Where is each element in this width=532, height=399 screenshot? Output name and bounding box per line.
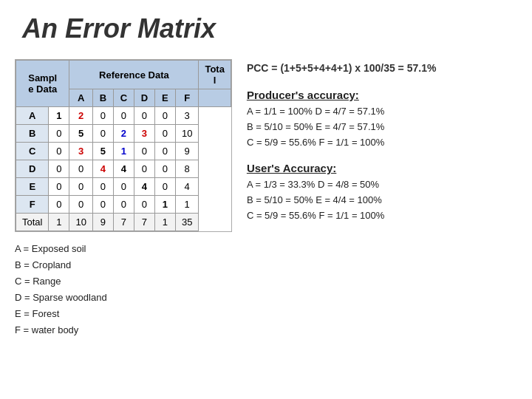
table-row: E0000404 (16, 178, 231, 196)
producers-accuracy-title: Producer's accuracy: (247, 89, 517, 101)
total-cell: 7 (113, 214, 134, 231)
total-cell: 9 (92, 214, 113, 231)
error-matrix-table: Sample Data Reference Data Total A B C D… (16, 60, 231, 231)
matrix-cell: 0 (49, 143, 69, 160)
page-title: An Error Matrix (0, 0, 532, 52)
col-b: B (92, 89, 113, 107)
col-d: D (134, 89, 154, 107)
row-label: A (16, 107, 49, 125)
legend-item: E = Forest (15, 306, 232, 322)
matrix-cell: 5 (69, 125, 92, 143)
matrix-cell: 2 (113, 125, 134, 143)
users-accuracy-line: C = 5/9 = 55.6% F = 1/1 = 100% (247, 208, 517, 224)
matrix-cell: 0 (92, 107, 113, 125)
matrix-cell: 0 (113, 107, 134, 125)
matrix-cell: 0 (154, 143, 175, 160)
matrix-cell: 0 (154, 125, 175, 143)
total-cell: 1 (49, 214, 69, 231)
matrix-cell: 0 (69, 178, 92, 196)
matrix-cell: 2 (69, 107, 92, 125)
matrix-cell: 5 (92, 143, 113, 160)
matrix-cell: 10 (175, 125, 198, 143)
col-f: F (175, 89, 198, 107)
matrix-cell: 0 (154, 178, 175, 196)
matrix-cell: 3 (69, 143, 92, 160)
legend-item: B = Cropland (15, 257, 232, 273)
matrix-cell: 4 (92, 160, 113, 178)
total-header: Total (199, 61, 231, 89)
total-cell: 7 (134, 214, 154, 231)
total-label: Total (16, 214, 49, 231)
matrix-cell: 4 (175, 178, 198, 196)
matrix-cell: 0 (134, 107, 154, 125)
matrix-cell: 0 (113, 178, 134, 196)
matrix-cell: 0 (92, 125, 113, 143)
legend: A = Exposed soilB = CroplandC = RangeD =… (15, 241, 232, 339)
reference-data-header: Reference Data (69, 61, 199, 89)
row-label: B (16, 125, 49, 143)
matrix-cell: 0 (92, 178, 113, 196)
matrix-cell: 8 (175, 160, 198, 178)
table-row: D0044008 (16, 160, 231, 178)
matrix-cell: 0 (69, 160, 92, 178)
left-panel: Sample Data Reference Data Total A B C D… (15, 59, 232, 339)
sample-data-header: Sample Data (16, 61, 69, 107)
col-a: A (69, 89, 92, 107)
matrix-cell: 0 (49, 178, 69, 196)
table-row: B05023010 (16, 125, 231, 143)
pcc-formula: PCC = (1+5+5+4+4+1) x 100/35 = 57.1% (247, 62, 517, 74)
table-row: C0351009 (16, 143, 231, 160)
matrix-cell: 0 (154, 160, 175, 178)
total-cell: 35 (175, 214, 198, 231)
total-cell: 1 (154, 214, 175, 231)
legend-item: D = Sparse woodland (15, 290, 232, 306)
matrix-cell: 9 (175, 143, 198, 160)
legend-item: C = Range (15, 273, 232, 290)
matrix-cell: 0 (49, 196, 69, 214)
users-accuracy-section: User's Accuracy: A = 1/3 = 33.3% D = 4/8… (247, 162, 517, 223)
matrix-cell: 0 (49, 125, 69, 143)
right-panel: PCC = (1+5+5+4+4+1) x 100/35 = 57.1% Pro… (247, 59, 517, 339)
row-label: F (16, 196, 49, 214)
matrix-cell: 3 (134, 125, 154, 143)
row-label: D (16, 160, 49, 178)
matrix-cell: 1 (154, 196, 175, 214)
matrix-cell: 0 (154, 107, 175, 125)
matrix-cell: 0 (134, 143, 154, 160)
matrix-cell: 0 (113, 196, 134, 214)
col-total-placeholder (199, 89, 231, 107)
producers-accuracy-line: B = 5/10 = 50% E = 4/7 = 57.1% (247, 120, 517, 135)
matrix-cell: 3 (175, 107, 198, 125)
matrix-cell: 0 (69, 196, 92, 214)
legend-item: F = water body (15, 322, 232, 338)
matrix-cell: 1 (175, 196, 198, 214)
matrix-cell: 4 (113, 160, 134, 178)
matrix-cell: 0 (134, 160, 154, 178)
total-cell: 10 (69, 214, 92, 231)
row-label: C (16, 143, 49, 160)
users-accuracy-line: B = 5/10 = 50% E = 4/4 = 100% (247, 193, 517, 208)
row-label: E (16, 178, 49, 196)
users-accuracy-line: A = 1/3 = 33.3% D = 4/8 = 50% (247, 177, 517, 193)
table-row: A1200003 (16, 107, 231, 125)
matrix-container: Sample Data Reference Data Total A B C D… (15, 59, 232, 232)
matrix-cell: 0 (49, 160, 69, 178)
matrix-cell: 0 (92, 196, 113, 214)
col-e: E (154, 89, 175, 107)
producers-accuracy-line: A = 1/1 = 100% D = 4/7 = 57.1% (247, 104, 517, 120)
matrix-cell: 1 (113, 143, 134, 160)
legend-item: A = Exposed soil (15, 241, 232, 257)
matrix-cell: 0 (134, 196, 154, 214)
matrix-cell: 1 (49, 107, 69, 125)
producers-accuracy-line: C = 5/9 = 55.6% F = 1/1 = 100% (247, 135, 517, 151)
total-row: Total110977135 (16, 214, 231, 231)
col-c: C (113, 89, 134, 107)
matrix-cell: 4 (134, 178, 154, 196)
users-accuracy-title: User's Accuracy: (247, 162, 517, 174)
producers-accuracy-section: Producer's accuracy: A = 1/1 = 100% D = … (247, 89, 517, 150)
table-row: F0000011 (16, 196, 231, 214)
